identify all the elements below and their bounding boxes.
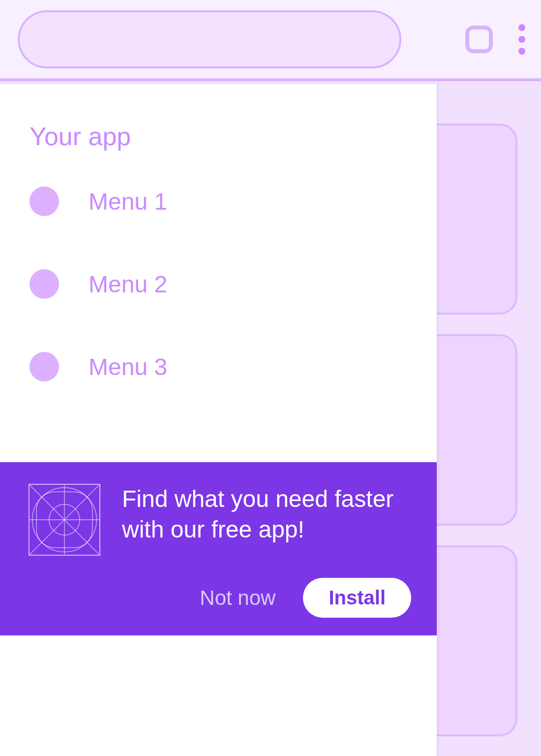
browser-toolbar xyxy=(0,0,541,81)
banner-message: Find what you need faster with our free … xyxy=(122,484,411,545)
menu-item-2[interactable]: Menu 2 xyxy=(30,269,407,299)
drawer-title: Your app xyxy=(0,84,437,157)
menu-item-1[interactable]: Menu 1 xyxy=(30,187,407,216)
menu-item-label: Menu 2 xyxy=(89,271,167,298)
install-button[interactable]: Install xyxy=(303,578,411,618)
menu-item-label: Menu 3 xyxy=(89,353,167,380)
tabs-icon[interactable] xyxy=(465,26,493,53)
app-grid-icon xyxy=(29,484,100,556)
menu-item-icon xyxy=(30,269,59,299)
menu-item-3[interactable]: Menu 3 xyxy=(30,352,407,381)
menu-item-label: Menu 1 xyxy=(89,188,167,215)
menu-item-icon xyxy=(30,187,59,216)
more-options-icon[interactable] xyxy=(518,24,525,55)
install-banner: Find what you need faster with our free … xyxy=(0,462,437,635)
menu-item-icon xyxy=(30,352,59,381)
not-now-button[interactable]: Not now xyxy=(200,586,275,610)
navigation-drawer-lower xyxy=(0,635,437,756)
address-bar[interactable] xyxy=(18,10,401,68)
